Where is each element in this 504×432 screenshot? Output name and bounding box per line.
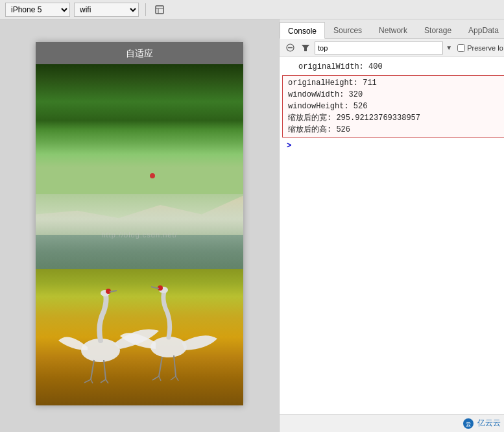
device-selector[interactable]: iPhone 5iPhone 6iPad [5, 3, 70, 17]
tab-network[interactable]: Network [370, 21, 416, 38]
yiyun-text: 亿云云 [477, 418, 501, 429]
svg-line-7 [91, 360, 94, 379]
yiyun-logo-icon: 云 [462, 417, 475, 430]
filter-dropdown-arrow[interactable]: ▼ [446, 44, 452, 51]
clear-icon [286, 43, 294, 52]
svg-point-13 [150, 337, 187, 357]
console-text-line3: windowWidth: 320 [288, 89, 420, 101]
svg-line-9 [84, 379, 91, 383]
devtools-bottom-bar: 云 亿云云 [280, 414, 504, 432]
inspect-icon [155, 5, 164, 14]
svg-marker-25 [302, 45, 309, 51]
console-text: originalWidth: 400 [298, 61, 383, 73]
yiyun-logo: 云 亿云云 [462, 417, 501, 430]
cranes-svg [55, 246, 224, 396]
svg-line-12 [106, 379, 108, 383]
svg-line-22 [176, 376, 178, 381]
svg-line-21 [171, 376, 176, 380]
svg-rect-0 [156, 6, 163, 14]
console-output: originalWidth: 400 originalHeight: 711 w… [280, 57, 504, 414]
preserve-log-label: Preserve lo [467, 44, 503, 52]
main-layout: 自适应 [0, 19, 504, 432]
console-prompt-line: > [280, 139, 504, 153]
svg-line-18 [174, 355, 176, 376]
preserve-log-area: Preserve lo [457, 44, 503, 52]
devtools-toolbar: ▼ Preserve lo [280, 39, 504, 57]
phone-title-bar: 自适应 [36, 42, 243, 64]
svg-line-11 [101, 379, 106, 383]
phone-frame: 自适应 [36, 42, 243, 405]
console-line: originalWidth: 400 [280, 60, 504, 74]
inspect-icon-btn[interactable] [152, 3, 167, 17]
network-selector[interactable]: wifi3G2Goffline [74, 3, 139, 17]
watermark-text: http://blog.csdn.net/ [101, 231, 177, 239]
tab-appdata[interactable]: AppData [460, 21, 504, 38]
tab-storage[interactable]: Storage [416, 21, 460, 38]
svg-text:云: 云 [466, 422, 471, 427]
devtools-panel: Console Sources Network Storage AppData [279, 19, 504, 432]
filter-btn[interactable] [299, 42, 312, 54]
emulator-panel: 自适应 [0, 19, 279, 432]
phone-title-text: 自适应 [126, 48, 153, 58]
devtools-tabs: Console Sources Network Storage AppData [280, 19, 504, 39]
svg-line-20 [159, 376, 161, 381]
svg-line-8 [104, 360, 106, 379]
console-prompt-symbol: > [287, 140, 291, 152]
clear-console-btn[interactable] [283, 42, 296, 54]
console-text-line5: 缩放后的宽: 295.92123769338957 [288, 112, 420, 124]
filter-icon [302, 44, 309, 52]
toolbar-separator [145, 3, 146, 16]
console-filter-input[interactable] [315, 42, 443, 54]
tab-sources[interactable]: Sources [325, 21, 370, 38]
tab-console[interactable]: Console [280, 22, 325, 39]
svg-line-19 [152, 376, 159, 380]
console-text-line2: originalHeight: 711 [288, 77, 420, 89]
top-toolbar: iPhone 5iPhone 6iPad wifi3G2Goffline [0, 0, 504, 19]
svg-line-17 [159, 357, 162, 376]
console-line-highlighted-group: originalHeight: 711 windowWidth: 320 win… [282, 75, 504, 138]
phone-image-area: http://blog.csdn.net/ [36, 64, 243, 405]
svg-line-10 [91, 379, 93, 383]
console-text-line6: 缩放后的高: 526 [288, 124, 420, 136]
preserve-log-checkbox[interactable] [457, 44, 465, 52]
console-text-line4: windowHeight: 526 [288, 101, 420, 112]
